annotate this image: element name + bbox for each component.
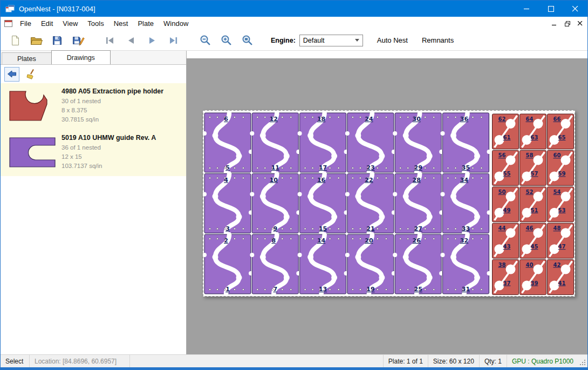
list-item[interactable]: 5019 A10 UHMW guide Rev. A 36 of 1 neste… <box>1 130 186 176</box>
nav-first-icon[interactable] <box>102 32 118 49</box>
zoom-fit-icon[interactable] <box>239 32 255 49</box>
nest-part-pair-red[interactable]: 4443 <box>493 223 519 258</box>
zoom-in-icon[interactable] <box>218 32 234 49</box>
nest-part-pair-purple[interactable]: 1413 <box>298 234 348 294</box>
svg-text:23: 23 <box>366 164 374 171</box>
statusbar: Select Location: [84.8696, 60.6957] Plat… <box>1 354 587 367</box>
nest-part-pair-red[interactable]: 5857 <box>520 150 546 185</box>
clean-button[interactable] <box>24 67 39 82</box>
mdi-child-icon[interactable] <box>4 20 12 27</box>
svg-text:46: 46 <box>526 225 534 231</box>
zoom-group <box>197 32 260 49</box>
nest-part-pair-red[interactable]: 5453 <box>548 187 574 222</box>
nest-part-pair-red[interactable]: 6665 <box>548 114 574 149</box>
resize-grip[interactable] <box>578 355 587 367</box>
broom-icon <box>26 69 37 79</box>
nest-part-pair-red[interactable]: 6261 <box>493 114 519 149</box>
nest-part-pair-purple[interactable]: 2827 <box>393 174 443 233</box>
svg-text:36: 36 <box>460 116 469 123</box>
nest-part-pair-red[interactable]: 6463 <box>520 114 546 149</box>
nest-part-pair-purple[interactable]: 109 <box>250 174 300 233</box>
menu-edit[interactable]: Edit <box>36 17 58 30</box>
nest-part-pair-purple[interactable]: 2221 <box>345 174 396 233</box>
svg-text:32: 32 <box>460 237 468 244</box>
plate-svg[interactable]: 6512111817242330293635431091615222128273… <box>203 110 575 297</box>
engine-select[interactable]: Default <box>299 35 363 46</box>
close-button[interactable] <box>563 1 587 17</box>
nest-part-pair-purple[interactable]: 2625 <box>393 234 443 294</box>
nest-part-pair-purple[interactable]: 3231 <box>441 234 491 294</box>
minimize-button[interactable] <box>515 1 539 17</box>
menu-file[interactable]: File <box>15 17 36 30</box>
list-item[interactable]: 4980 A05 Extraction pipe holder 30 of 1 … <box>1 83 186 130</box>
red-part-shape <box>10 91 47 120</box>
tab-plates[interactable]: Plates <box>2 52 52 64</box>
nest-part-pair-red[interactable]: 4847 <box>548 223 574 258</box>
mdi-close-button[interactable] <box>575 18 586 29</box>
nav-last-icon[interactable] <box>165 32 181 49</box>
nest-part-pair-purple[interactable]: 3433 <box>441 174 491 233</box>
mdi-restore-button[interactable] <box>562 18 573 29</box>
window-body: Plates Drawings 4980 A05 Extraction pi <box>1 51 587 354</box>
nest-part-pair-red[interactable]: 5655 <box>493 150 519 185</box>
nest-part-pair-purple[interactable]: 2019 <box>345 234 396 294</box>
nest-part-pair-red[interactable]: 5251 <box>520 187 546 222</box>
drawing-area: 103.7137 sq/in <box>61 162 156 171</box>
menu-view[interactable]: View <box>58 17 83 30</box>
nest-part-pair-red[interactable]: 4039 <box>520 260 546 295</box>
save-as-icon[interactable] <box>70 32 86 49</box>
nest-part-pair-red[interactable]: 5049 <box>493 187 519 222</box>
nest-part-pair-purple[interactable]: 21 <box>203 234 253 294</box>
status-plate: Plate: 1 of 1 <box>383 355 428 367</box>
svg-text:10: 10 <box>270 177 278 184</box>
new-document-icon[interactable] <box>7 32 23 49</box>
titlebar: OpenNest - [N0317-004] <box>1 1 587 17</box>
nest-part-pair-purple[interactable]: 87 <box>250 234 300 294</box>
svg-text:59: 59 <box>558 171 566 177</box>
nest-part-pair-purple[interactable]: 2423 <box>345 113 396 172</box>
nest-part-pair-purple[interactable]: 3635 <box>441 113 491 172</box>
menu-tools[interactable]: Tools <box>83 17 108 30</box>
svg-text:58: 58 <box>526 152 534 158</box>
svg-text:27: 27 <box>414 225 422 232</box>
mdi-minimize-button[interactable] <box>549 18 560 29</box>
menubar: File Edit View Tools Nest Plate Window <box>1 17 587 30</box>
back-arrow-button[interactable] <box>4 67 19 82</box>
nest-part-pair-red[interactable]: 4241 <box>548 260 574 295</box>
purple-part-shape <box>10 138 55 167</box>
svg-text:22: 22 <box>365 177 373 184</box>
svg-text:50: 50 <box>498 189 506 195</box>
engine-label: Engine: <box>271 37 296 44</box>
nest-part-pair-purple[interactable]: 65 <box>203 113 253 172</box>
tab-drawings[interactable]: Drawings <box>51 50 111 64</box>
nest-part-pair-red[interactable]: 3837 <box>493 260 519 295</box>
nav-prev-icon[interactable] <box>123 32 139 49</box>
menu-plate[interactable]: Plate <box>133 17 159 30</box>
nest-part-pair-purple[interactable]: 1615 <box>298 174 348 233</box>
nest-plate[interactable]: 6512111817242330293635431091615222128273… <box>203 110 575 297</box>
menu-window[interactable]: Window <box>159 17 193 30</box>
nest-part-pair-purple[interactable]: 1817 <box>298 113 348 172</box>
nest-part-pair-purple[interactable]: 3029 <box>393 113 443 172</box>
zoom-out-icon[interactable] <box>197 32 213 49</box>
svg-text:52: 52 <box>526 189 534 195</box>
open-folder-icon[interactable] <box>28 32 44 49</box>
svg-text:33: 33 <box>462 225 470 232</box>
status-size: Size: 60 x 120 <box>428 355 479 367</box>
remnants-button[interactable]: Remnants <box>422 36 454 44</box>
save-icon[interactable] <box>49 32 65 49</box>
svg-text:9: 9 <box>273 225 277 232</box>
nav-next-icon[interactable] <box>144 32 160 49</box>
auto-nest-button[interactable]: Auto Nest <box>377 36 408 44</box>
menu-nest[interactable]: Nest <box>109 17 133 30</box>
svg-text:12: 12 <box>270 116 278 123</box>
svg-text:31: 31 <box>462 286 470 293</box>
svg-text:66: 66 <box>553 116 561 122</box>
nest-part-pair-red[interactable]: 6059 <box>548 150 574 185</box>
back-arrow-icon <box>6 70 17 78</box>
maximize-button[interactable] <box>539 1 563 17</box>
nest-canvas[interactable]: 6512111817242330293635431091615222128273… <box>187 51 587 354</box>
nest-part-pair-purple[interactable]: 43 <box>203 174 253 233</box>
nest-part-pair-purple[interactable]: 1211 <box>250 113 300 172</box>
nest-part-pair-red[interactable]: 4645 <box>520 223 546 258</box>
